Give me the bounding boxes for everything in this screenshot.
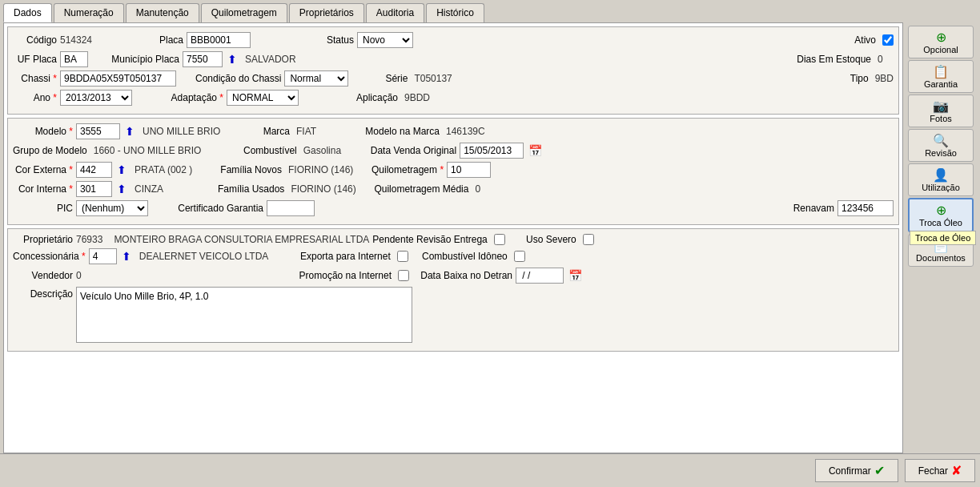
sidebar-garantia[interactable]: 📋 Garantia — [908, 60, 974, 93]
modelo-spinner-icon[interactable]: ⬆ — [125, 125, 135, 138]
adaptacao-label: Adaptação * — [167, 92, 223, 103]
documentos-icon: 📄 — [933, 238, 949, 253]
cor-externa-spinner-icon[interactable]: ⬆ — [117, 163, 127, 176]
utilizacao-icon: 👤 — [933, 167, 949, 183]
pendente-checkbox[interactable] — [494, 234, 505, 245]
renavam-label: Renavam — [782, 203, 834, 214]
ano-label: Ano * — [13, 92, 57, 103]
descricao-textarea[interactable]: Veículo Uno Mille Brio, 4P, 1.0 — [76, 287, 412, 343]
placa-input[interactable]: BBB0001 — [187, 32, 251, 48]
cor-interna-label: Cor Interna * — [13, 183, 73, 195]
revisao-label: Revisão — [925, 148, 957, 158]
codigo-label: Código — [13, 34, 57, 46]
calendar-icon[interactable]: 📅 — [528, 144, 542, 157]
sidebar-opcional[interactable]: ⊕ Opcional — [908, 26, 974, 58]
section-vehicle-info: Modelo * ⬆ UNO MILLE BRIO Marca FIAT Mod… — [7, 118, 899, 225]
descricao-label: Descrição — [13, 287, 73, 300]
serie-value: T050137 — [414, 73, 452, 84]
documentos-label: Documentos — [916, 253, 966, 263]
uf-placa-input[interactable] — [60, 51, 88, 67]
chassi-input[interactable] — [60, 70, 176, 87]
modelo-name: UNO MILLE BRIO — [143, 126, 239, 137]
pic-select[interactable]: (Nenhum) — [76, 200, 148, 216]
uso-severo-label: Uso Severo — [516, 234, 576, 245]
fotos-label: Fotos — [930, 114, 952, 123]
condicao-label: Condição do Chassi — [195, 73, 281, 84]
sidebar-fotos[interactable]: 📷 Fotos — [908, 95, 974, 127]
marca-value: FIAT — [296, 126, 344, 137]
ativo-label: Ativo — [848, 34, 876, 46]
promocao-checkbox[interactable] — [398, 270, 409, 281]
section-owner-info: Proprietário 76933 MONTEIRO BRAGA CONSUL… — [7, 228, 899, 352]
confirmar-button[interactable]: Confirmar ✔ — [815, 459, 898, 482]
modelo-marca-value: 146139C — [446, 126, 485, 137]
data-baixa-calendar-icon[interactable]: 📅 — [568, 269, 582, 282]
vendedor-value: 0 — [76, 270, 284, 281]
proprietario-code: 76933 — [76, 234, 102, 245]
chassi-label: Chassi * — [13, 73, 57, 84]
exporta-checkbox[interactable] — [397, 251, 408, 262]
cor-interna-spinner-icon[interactable]: ⬆ — [117, 183, 127, 195]
quilometragem-media-label: Quilometragem Média — [374, 183, 468, 195]
fechar-icon: ✘ — [951, 463, 962, 478]
municipio-name: SALVADOR — [245, 54, 296, 65]
cor-externa-name: PRATA (002 ) — [135, 164, 215, 175]
fechar-button[interactable]: Fechar ✘ — [905, 459, 975, 482]
tab-manutencao[interactable]: Manutenção — [126, 3, 199, 22]
tab-proprietarios[interactable]: Proprietários — [289, 3, 364, 22]
tab-dados[interactable]: Dados — [3, 3, 52, 22]
data-baixa-input[interactable] — [516, 268, 564, 284]
data-venda-label: Data Venda Original — [371, 145, 456, 156]
quilometragem-input[interactable] — [447, 162, 491, 178]
serie-label: Série — [376, 73, 408, 84]
data-venda-input[interactable] — [460, 143, 524, 159]
municipio-spinner-icon[interactable]: ⬆ — [227, 53, 237, 66]
modelo-code-input[interactable] — [76, 123, 120, 139]
dias-estoque-label: Dias Em Estoque — [791, 54, 871, 65]
renavam-input[interactable] — [837, 200, 894, 216]
cor-externa-code-input[interactable] — [76, 162, 112, 178]
familia-novos-label: Família Novos — [218, 164, 282, 175]
concessionaria-spinner-icon[interactable]: ⬆ — [122, 250, 131, 263]
municipio-placa-label: Município Placa — [107, 54, 179, 65]
confirmar-label: Confirmar — [829, 465, 871, 477]
quilometragem-media-value: 0 — [475, 183, 480, 195]
combustivel-idoneo-label: Combustível Idôneo — [420, 251, 508, 262]
familia-novos-value: FIORINO (146) — [288, 164, 360, 175]
sidebar-documentos[interactable]: 📄 Documentos — [908, 234, 974, 267]
tab-historico[interactable]: Histórico — [426, 3, 484, 22]
sidebar-utilizacao[interactable]: 👤 Utilização — [908, 163, 974, 196]
cor-interna-code-input[interactable] — [76, 181, 112, 197]
sidebar-revisao[interactable]: 🔍 Revisão — [908, 129, 974, 162]
status-select[interactable]: Novo Usado — [357, 32, 413, 48]
municipio-code-input[interactable] — [183, 51, 223, 67]
tab-auditoria[interactable]: Auditoria — [366, 3, 424, 22]
tab-quilometragem[interactable]: Quilometragem — [201, 3, 287, 22]
sidebar-troca-oleo[interactable]: ⊕ Troca Óleo Troca de Óleo — [908, 198, 974, 232]
ano-select[interactable]: 2013/2013 — [60, 90, 132, 106]
tab-numeracao[interactable]: Numeração — [54, 3, 124, 22]
concessionaria-code-input[interactable] — [89, 248, 117, 264]
combustivel-idoneo-checkbox[interactable] — [514, 251, 525, 262]
pendente-label: Pendente Revisão Entrega — [372, 234, 487, 245]
uso-severo-checkbox[interactable] — [583, 234, 594, 245]
revisao-icon: 🔍 — [933, 133, 949, 148]
garantia-label: Garantia — [924, 79, 958, 89]
concessionaria-name: DEALERNET VEICOLO LTDA — [139, 251, 283, 262]
cor-interna-name: CINZA — [135, 183, 215, 195]
certificado-input[interactable] — [267, 200, 315, 216]
ativo-checkbox[interactable] — [882, 34, 894, 46]
aplicacao-value: 9BDD — [404, 92, 430, 103]
section-basic-info: Código 514324 Placa BBB0001 Status Novo … — [7, 26, 899, 115]
quilometragem-label: Quilometragem * — [372, 164, 444, 175]
uf-placa-label: UF Placa — [13, 54, 57, 65]
confirmar-icon: ✔ — [874, 463, 885, 478]
adaptacao-select[interactable]: NORMAL — [227, 90, 299, 106]
modelo-label: Modelo * — [13, 126, 73, 137]
combustivel-label: Combustível — [241, 145, 297, 156]
vendedor-label: Vendedor — [13, 270, 73, 281]
condicao-select[interactable]: Normal Remarcado — [284, 70, 348, 87]
tipo-label: Tipo — [841, 73, 869, 84]
marca-label: Marca — [250, 126, 290, 137]
modelo-marca-label: Modelo na Marca — [363, 126, 440, 137]
